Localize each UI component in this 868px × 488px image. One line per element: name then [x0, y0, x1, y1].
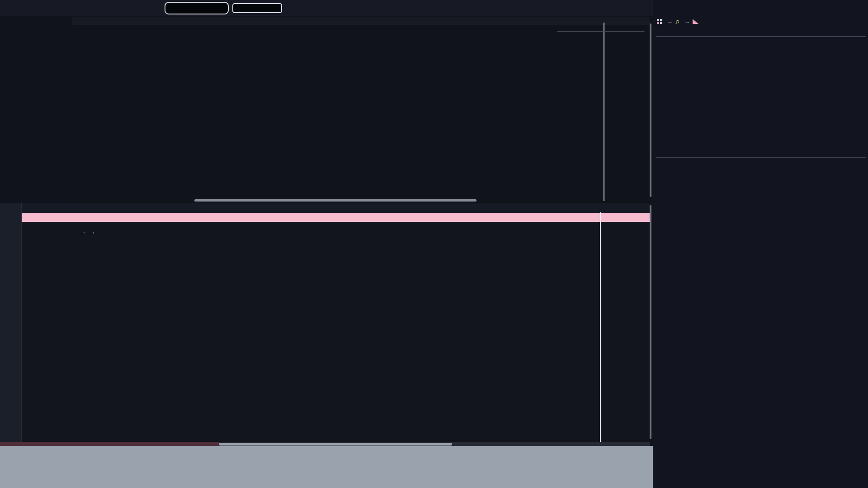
editing-automation-label: → →: [79, 228, 95, 236]
song-view-panel: [557, 31, 645, 32]
automation-horizontal-scrollbar[interactable]: [0, 442, 650, 446]
saw-wave-icon: [693, 19, 698, 24]
automation-vertical-scrollbar[interactable]: [650, 205, 651, 439]
app-window: ✋ ✋ → → →: [0, 0, 868, 488]
song-vertical-scrollbar[interactable]: [650, 23, 651, 197]
time-display: [165, 2, 229, 14]
grid-icon: [657, 19, 662, 24]
automation-grid[interactable]: [22, 203, 650, 442]
automation-beat-ruler[interactable]: [22, 203, 650, 212]
instrument-settings-box: [656, 36, 866, 37]
automation-region-bar[interactable]: [22, 213, 650, 222]
frequency-axis: [0, 203, 22, 442]
song-playhead: [604, 23, 604, 201]
breadcrumb: → ♫ →: [657, 18, 701, 25]
settings-panel: → ♫ →: [653, 0, 868, 488]
automation-playhead: [600, 212, 601, 442]
song-scrollbar-thumb[interactable]: [194, 199, 476, 202]
channel-settings-box: [656, 157, 866, 158]
song-horizontal-scrollbar[interactable]: [72, 199, 650, 202]
music-note-icon: ♫: [675, 18, 679, 25]
song-timeline-ruler[interactable]: [72, 17, 650, 25]
automation-scrollbar-thumb[interactable]: [219, 443, 452, 446]
song-arrangement-grid[interactable]: [72, 28, 650, 201]
playback-progress-bar[interactable]: [232, 3, 282, 13]
scrollbar-track-left: [0, 442, 219, 446]
